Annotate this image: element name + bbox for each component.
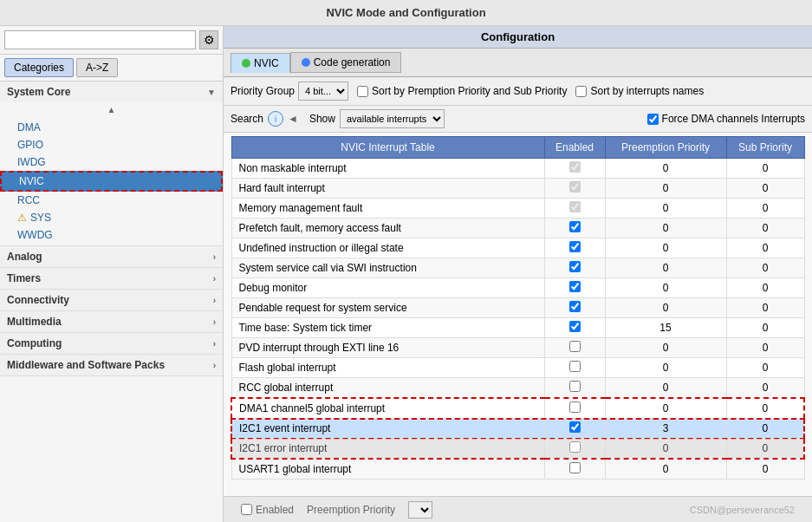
tab-nvic[interactable]: NVIC [231, 53, 290, 73]
cell-preemption: 0 [605, 258, 726, 278]
cell-sub-priority: 0 [726, 159, 804, 179]
enabled-checkbox[interactable] [569, 261, 581, 272]
tab-atoz[interactable]: A->Z [76, 58, 118, 77]
cell-sub-priority: 0 [726, 338, 804, 358]
sort-interrupts-checkbox[interactable] [575, 86, 587, 97]
cell-enabled[interactable] [544, 238, 605, 258]
cell-interrupt-name: Prefetch fault, memory access fault [231, 219, 544, 238]
sidebar-item-nvic[interactable]: NVIC [0, 171, 223, 192]
cell-enabled[interactable] [544, 159, 605, 179]
table-header-row: NVIC Interrupt Table Enabled Preemption … [231, 137, 804, 159]
sidebar-item-iwdg[interactable]: IWDG [0, 153, 223, 171]
enabled-checkbox[interactable] [569, 441, 581, 453]
col-header-name: NVIC Interrupt Table [231, 137, 544, 159]
search-label: Search [231, 113, 263, 125]
section-timers: Timers › [0, 268, 223, 290]
table-row: Debug monitor00 [231, 278, 804, 298]
cell-preemption: 0 [605, 459, 726, 480]
system-core-items: DMA GPIO IWDG NVIC RCC ⚠ SYS WWDG [0, 117, 223, 245]
cell-preemption: 15 [605, 318, 726, 338]
force-dma-checkbox[interactable] [647, 114, 659, 125]
section-analog-header[interactable]: Analog › [0, 246, 223, 267]
section-system-core-header[interactable]: System Core ▼ [0, 82, 223, 102]
section-middleware-header[interactable]: Middleware and Software Packs › [0, 355, 223, 375]
tab-code-gen[interactable]: Code generation [290, 52, 402, 73]
cell-enabled[interactable] [544, 459, 605, 480]
sidebar-item-sys[interactable]: ⚠ SYS [0, 209, 223, 226]
sort-interrupts-checkbox-label[interactable]: Sort by interrupts names [575, 85, 704, 97]
sidebar-item-rcc[interactable]: RCC [0, 192, 223, 209]
sidebar-item-dma[interactable]: DMA [0, 119, 223, 136]
enabled-checkbox[interactable] [569, 161, 581, 173]
cell-enabled[interactable] [544, 338, 605, 358]
up-arrow: ▲ [0, 102, 223, 117]
bottom-enabled-checkbox[interactable] [241, 504, 252, 515]
main-container: ⚙ Categories A->Z System Core ▼ ▲ DMA GP… [0, 26, 812, 522]
enabled-checkbox[interactable] [569, 361, 581, 372]
enabled-checkbox[interactable] [569, 181, 581, 192]
cell-enabled[interactable] [544, 219, 605, 238]
force-dma-label[interactable]: Force DMA channels Interrupts [647, 113, 805, 125]
enabled-checkbox[interactable] [569, 221, 581, 232]
arrow-up-icon: ▲ [107, 105, 116, 114]
cell-enabled[interactable] [544, 318, 605, 338]
cell-interrupt-name: Hard fault interrupt [231, 179, 544, 199]
enabled-checkbox[interactable] [569, 321, 581, 332]
enabled-checkbox[interactable] [569, 241, 581, 252]
bottom-preemption-select[interactable] [408, 501, 432, 519]
cell-enabled[interactable] [544, 419, 605, 439]
enabled-checkbox[interactable] [569, 341, 581, 352]
enabled-checkbox[interactable] [569, 421, 581, 433]
cell-enabled[interactable] [544, 179, 605, 199]
sort-premption-checkbox-label[interactable]: Sort by Premption Priority and Sub Prior… [357, 85, 567, 97]
tab-dot-code-gen [302, 58, 310, 67]
search-input[interactable] [4, 30, 196, 49]
tab-nvic-label: NVIC [254, 57, 279, 69]
cell-enabled[interactable] [544, 439, 605, 460]
tab-categories[interactable]: Categories [4, 58, 74, 77]
col-header-preemption: Preemption Priority [605, 137, 726, 159]
section-computing-header[interactable]: Computing › [0, 333, 223, 354]
title-bar: NVIC Mode and Configuration [0, 0, 812, 26]
enabled-checkbox[interactable] [569, 381, 581, 392]
cell-enabled[interactable] [544, 298, 605, 318]
cell-preemption: 0 [605, 298, 726, 318]
section-multimedia: Multimedia › [0, 311, 223, 333]
chevron-right-icon-6: › [213, 361, 216, 370]
tabs-bar: NVIC Code generation [224, 49, 812, 77]
show-select[interactable]: available interrupts all interrupts [340, 109, 445, 128]
sort-premption-checkbox[interactable] [357, 86, 368, 97]
search-icon[interactable]: i [268, 111, 283, 127]
priority-group-select[interactable]: 4 bit... 3 bit... 2 bit... [298, 82, 348, 101]
table-row: Hard fault interrupt00 [231, 179, 804, 199]
enabled-checkbox[interactable] [569, 281, 581, 292]
section-timers-header[interactable]: Timers › [0, 268, 223, 289]
enabled-checkbox[interactable] [569, 462, 581, 473]
sidebar-item-sys-label: SYS [30, 212, 51, 224]
enabled-checkbox[interactable] [569, 301, 581, 312]
table-row: Memory management fault00 [231, 199, 804, 219]
cell-enabled[interactable] [544, 278, 605, 298]
cell-enabled[interactable] [544, 258, 605, 278]
cell-sub-priority: 0 [726, 179, 804, 199]
left-arrow-icon[interactable]: ◄ [288, 113, 298, 125]
cell-enabled[interactable] [544, 199, 605, 219]
enabled-checkbox[interactable] [569, 401, 581, 413]
sidebar-item-gpio[interactable]: GPIO [0, 136, 223, 153]
sidebar-search-bar: ⚙ [0, 26, 223, 55]
gear-icon[interactable]: ⚙ [199, 30, 218, 49]
section-connectivity: Connectivity › [0, 290, 223, 311]
table-row: Non maskable interrupt00 [231, 159, 804, 179]
cell-interrupt-name: Debug monitor [231, 278, 544, 298]
enabled-checkbox[interactable] [569, 201, 581, 212]
show-label: Show [309, 113, 335, 125]
section-connectivity-header[interactable]: Connectivity › [0, 290, 223, 310]
cell-enabled[interactable] [544, 358, 605, 378]
tab-code-gen-label: Code generation [314, 56, 391, 69]
cell-preemption: 0 [605, 219, 726, 238]
cell-enabled[interactable] [544, 378, 605, 399]
cell-interrupt-name: Non maskable interrupt [231, 159, 544, 179]
cell-enabled[interactable] [544, 398, 605, 419]
section-multimedia-header[interactable]: Multimedia › [0, 311, 223, 332]
sidebar-item-wwdg[interactable]: WWDG [0, 226, 223, 244]
